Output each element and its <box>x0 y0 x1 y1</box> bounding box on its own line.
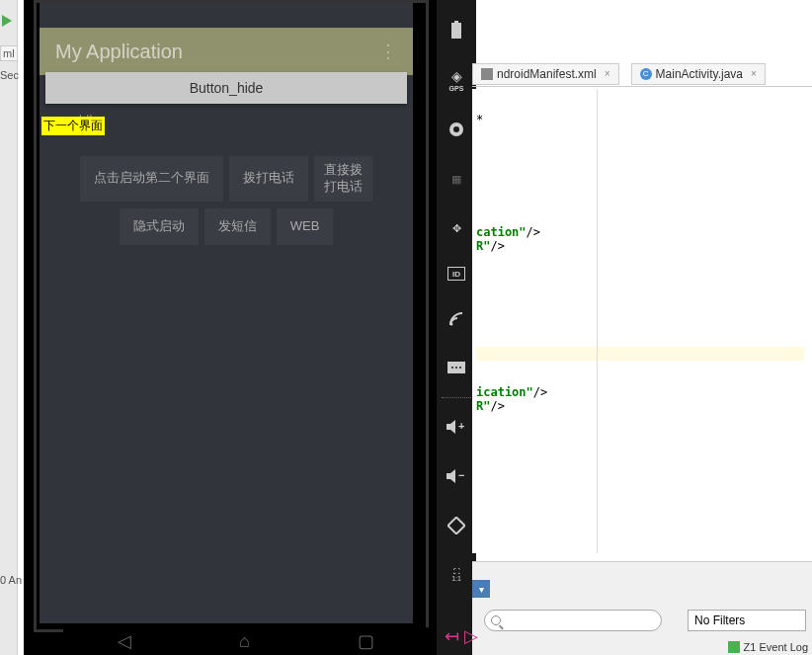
next-screen-label: 下一个界面 <box>41 117 105 135</box>
svg-text:+: + <box>458 420 464 432</box>
run-icon[interactable] <box>2 15 12 27</box>
svg-marker-9 <box>447 420 455 434</box>
rotate-icon[interactable] <box>446 515 467 536</box>
volume-down-icon[interactable]: − <box>446 465 467 487</box>
back-nav-icon[interactable]: ◁ <box>118 630 131 652</box>
svg-rect-0 <box>451 23 461 39</box>
highlighted-line <box>476 347 804 361</box>
svg-point-4 <box>450 323 453 326</box>
emulator-frame: My Application ⋮ Button_hide ld! 下一个界面 点… <box>34 0 429 632</box>
emulator-sidebar: ◈ GPS ▦ ✥ ID + − <box>437 0 476 655</box>
label-android: 0 An <box>0 574 22 586</box>
tab-xml[interactable]: ml <box>0 45 18 61</box>
move-icon[interactable]: ✥ <box>446 217 467 239</box>
label-sec: Sec <box>0 69 19 81</box>
button-row-2: 隐式启动 发短信 WEB <box>49 208 403 245</box>
dialog-label: Button_hide <box>190 80 264 96</box>
tab-manifest[interactable]: ndroidManifest.xml × <box>472 63 619 85</box>
sidebar-divider <box>442 397 471 398</box>
svg-text:−: − <box>458 469 464 481</box>
filter-label: No Filters <box>694 614 745 627</box>
java-file-icon: C <box>640 68 652 80</box>
app-bar: My Application ⋮ <box>40 28 413 75</box>
filter-dropdown[interactable]: No Filters <box>688 610 806 631</box>
search-input[interactable] <box>484 610 662 631</box>
scale-icon[interactable]: ⛶ 1:1 <box>446 564 467 586</box>
app-title: My Application <box>55 41 183 63</box>
xml-file-icon <box>481 68 493 80</box>
close-icon[interactable]: × <box>751 68 757 79</box>
dropdown-button[interactable]: ▾ <box>472 580 490 598</box>
code-line: cation"/> <box>476 225 804 239</box>
editor-tabs: ndroidManifest.xml × C MainActivity.java… <box>472 61 766 86</box>
recent-nav-icon[interactable]: ▢ <box>358 630 374 652</box>
editor-ruler <box>597 89 598 553</box>
implicit-start-button[interactable]: 隐式启动 <box>120 208 199 245</box>
android-nav-bar: ◁ ⌂ ▢ <box>63 627 429 655</box>
overflow-menu-icon[interactable]: ⋮ <box>379 41 397 62</box>
tab-main-activity[interactable]: C MainActivity.java × <box>631 63 766 85</box>
code-line: ication"/> <box>476 385 804 399</box>
search-icon <box>491 615 501 625</box>
tab-manifest-label: ndroidManifest.xml <box>497 67 597 81</box>
emulator-screen: My Application ⋮ Button_hide ld! 下一个界面 点… <box>40 3 413 623</box>
svg-point-6 <box>451 367 453 368</box>
sms-icon[interactable] <box>446 358 467 379</box>
code-editor[interactable]: * cation"/> R"/> ication"/> R"/> <box>472 89 808 553</box>
battery-icon[interactable] <box>446 20 467 41</box>
svg-point-8 <box>459 367 461 368</box>
ide-background: ml Sec 0 An My Application ⋮ Button_hide… <box>0 0 812 655</box>
rss-icon[interactable] <box>446 308 467 330</box>
gps-icon[interactable]: ◈ GPS <box>446 69 467 91</box>
send-sms-button[interactable]: 发短信 <box>204 208 271 245</box>
direct-dial-button[interactable]: 直接拨 打电话 <box>314 156 372 202</box>
svg-rect-1 <box>454 21 458 23</box>
svg-point-3 <box>453 126 459 132</box>
tab-main-activity-label: MainActivity.java <box>656 67 743 81</box>
tabs-border <box>472 86 812 87</box>
code-line: R"/> <box>476 239 804 253</box>
start-second-button[interactable]: 点击启动第二个界面 <box>80 156 223 202</box>
clapper-icon[interactable]: ▦ <box>446 168 467 190</box>
cursor-indicator: ↤ ▷ <box>445 625 478 647</box>
event-log-icon <box>728 641 740 653</box>
bottom-panel: ▾ No Filters Z1 Event Log <box>472 561 812 655</box>
volume-up-icon[interactable]: + <box>446 416 467 438</box>
svg-point-7 <box>455 367 457 368</box>
web-button[interactable]: WEB <box>277 208 334 245</box>
button-row-1: 点击启动第二个界面 拨打电话 直接拨 打电话 <box>49 156 403 202</box>
svg-marker-11 <box>447 469 455 483</box>
svg-rect-13 <box>448 518 465 534</box>
left-gutter <box>0 0 18 655</box>
code-line: * <box>476 113 804 126</box>
camera-icon[interactable] <box>446 119 467 140</box>
home-nav-icon[interactable]: ⌂ <box>239 631 250 652</box>
event-log-label: Z1 Event Log <box>744 641 808 653</box>
emulator-container: My Application ⋮ Button_hide ld! 下一个界面 点… <box>24 0 468 655</box>
app-overlay: My Application ⋮ Button_hide ld! 下一个界面 点… <box>40 3 413 623</box>
event-log[interactable]: Z1 Event Log <box>728 641 808 653</box>
close-icon[interactable]: × <box>605 68 610 79</box>
id-icon[interactable]: ID <box>447 267 465 281</box>
button-hide-dialog[interactable]: Button_hide <box>45 72 407 104</box>
code-line: R"/> <box>476 399 804 413</box>
dial-button[interactable]: 拨打电话 <box>229 156 308 202</box>
